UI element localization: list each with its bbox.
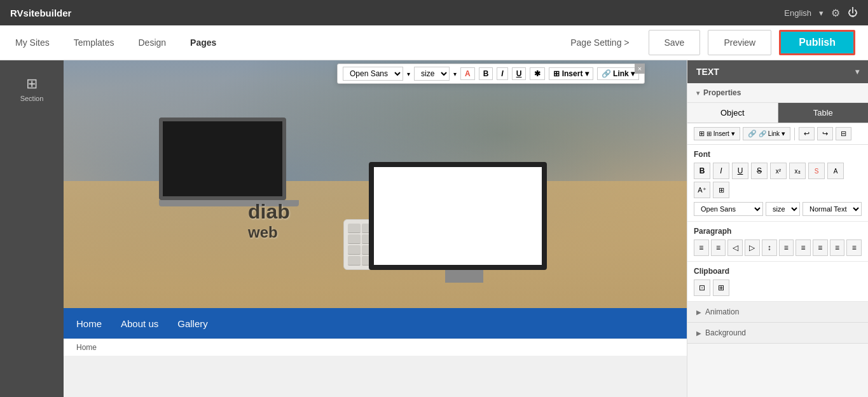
font-bold-btn[interactable]: B <box>694 163 710 179</box>
para-btn-3[interactable]: ◁ <box>727 239 743 256</box>
sidebar-item-section[interactable]: ⊞ Section <box>15 71 49 107</box>
hero-image[interactable]: diab web × Open Sans ▾ size ▾ A B I U ✱ … <box>64 60 687 308</box>
laptop-screen <box>159 118 286 200</box>
para-align-center[interactable]: ≡ <box>796 239 811 256</box>
chevron-down-icon: ▾ <box>819 8 823 18</box>
font-special2-btn[interactable]: ⊞ <box>713 182 729 198</box>
publish-button[interactable]: Publish <box>779 30 855 55</box>
right-panel: TEXT ▾ ▾ Properties Object Table ⊞ ⊞ Ins… <box>687 60 868 397</box>
font-underline-btn[interactable]: U <box>732 163 748 179</box>
tab-table[interactable]: Table <box>778 103 869 123</box>
font-italic-btn[interactable]: I <box>713 163 729 179</box>
font-title: Font <box>694 150 862 159</box>
toolbar-close-button[interactable]: × <box>635 64 645 74</box>
para-align-left[interactable]: ≡ <box>779 239 794 256</box>
para-align-right[interactable]: ≡ <box>813 239 828 256</box>
nav-actions: Save Preview Publish <box>649 30 856 55</box>
panel-image-btn[interactable]: ⊟ <box>836 127 851 140</box>
italic-toolbar-btn[interactable]: I <box>497 67 507 80</box>
breadcrumb-text: Home <box>76 343 97 352</box>
para-btn-4[interactable]: ▷ <box>745 239 760 256</box>
panel-link-btn[interactable]: 🔗 🔗 Link ▾ <box>743 127 790 140</box>
nav-link-gallery[interactable]: Gallery <box>177 318 208 329</box>
para-btn-2[interactable]: ≡ <box>711 239 726 256</box>
panel-chevron: ▾ <box>855 67 859 76</box>
font-family-select[interactable]: Open Sans <box>343 67 403 81</box>
nav-bar: My Sites Templates Design Pages Page Set… <box>0 25 868 60</box>
link-toolbar-btn[interactable]: 🔗 Link ▾ <box>597 67 639 80</box>
hero-text-line1: diab <box>248 200 290 224</box>
canvas-area: diab web × Open Sans ▾ size ▾ A B I U ✱ … <box>64 60 687 397</box>
properties-section-header[interactable]: ▾ Properties <box>687 83 868 103</box>
panel-undo-btn[interactable]: ↩ <box>799 127 815 140</box>
font-super-btn[interactable]: x² <box>770 163 787 179</box>
page-nav-strip: Home About us Gallery <box>64 308 687 339</box>
animation-label: Animation <box>705 307 739 316</box>
monitor-screen <box>369 162 547 270</box>
preview-button[interactable]: Preview <box>708 30 771 55</box>
para-btn-5[interactable]: ↕ <box>762 239 777 256</box>
main-layout: ⊞ Section <box>0 60 868 397</box>
hero-text-line2: web <box>248 224 290 241</box>
top-bar-right: English ▾ ⚙ ⏻ <box>784 7 858 19</box>
panel-font-size-select[interactable]: size <box>766 202 800 216</box>
properties-label: Properties <box>703 88 741 97</box>
panel-redo-btn[interactable]: ↪ <box>817 127 833 140</box>
panel-font-style-select[interactable]: Normal Text <box>803 202 862 216</box>
laptop <box>159 118 299 213</box>
nav-item-mysites[interactable]: My Sites <box>13 32 52 53</box>
clipboard-section: Clipboard ⊡ ⊞ <box>687 262 868 302</box>
clipboard-paste-btn[interactable]: ⊞ <box>713 279 729 296</box>
paragraph-buttons: ≡ ≡ ◁ ▷ ↕ ≡ ≡ ≡ ≡ ≡ <box>694 239 862 256</box>
font-section: Font B I U S x² x₂ S A A⁺ ⊞ Open Sans si… <box>687 145 868 222</box>
animation-collapsible[interactable]: ▶ Animation <box>687 302 868 323</box>
font-clear-btn[interactable]: A⁺ <box>694 182 710 198</box>
breadcrumb: Home <box>64 339 687 356</box>
special-toolbar-btn[interactable]: ✱ <box>530 67 545 80</box>
font-family-arrow: ▾ <box>407 71 410 77</box>
font-sub-btn[interactable]: x₂ <box>789 163 806 179</box>
paragraph-title: Paragraph <box>694 227 862 236</box>
background-arrow-icon: ▶ <box>696 330 701 337</box>
font-controls-row: B I U S x² x₂ S A A⁺ ⊞ <box>694 163 862 198</box>
font-selects-row: Open Sans size Normal Text <box>694 202 862 216</box>
panel-toolbar: ⊞ ⊞ Insert ▾ 🔗 🔗 Link ▾ ↩ ↪ ⊟ <box>687 123 868 145</box>
font-strike-btn[interactable]: S <box>751 163 768 179</box>
underline-toolbar-btn[interactable]: U <box>512 67 527 80</box>
top-bar: RVsitebuilder English ▾ ⚙ ⏻ <box>0 0 868 25</box>
power-icon[interactable]: ⏻ <box>848 7 858 18</box>
nav-link-home[interactable]: Home <box>76 318 102 329</box>
clipboard-copy-btn[interactable]: ⊡ <box>694 279 710 296</box>
clipboard-buttons: ⊡ ⊞ <box>694 279 862 296</box>
nav-item-design[interactable]: Design <box>136 32 169 53</box>
font-size-select[interactable]: size <box>414 67 450 81</box>
brand-logo: RVsitebuilder <box>10 8 71 18</box>
save-button[interactable]: Save <box>649 30 701 55</box>
tabs-row: Object Table <box>687 103 868 123</box>
settings-icon[interactable]: ⚙ <box>831 7 840 19</box>
nav-link-about[interactable]: About us <box>121 318 158 329</box>
nav-item-templates[interactable]: Templates <box>71 32 117 53</box>
page-setting-link[interactable]: Page Setting > <box>570 37 629 48</box>
clipboard-title: Clipboard <box>694 267 862 276</box>
background-collapsible[interactable]: ▶ Background <box>687 323 868 344</box>
panel-font-family-select[interactable]: Open Sans <box>694 202 763 216</box>
para-align-justify[interactable]: ≡ <box>830 239 845 256</box>
font-color-btn[interactable]: S <box>808 163 825 179</box>
panel-header: TEXT ▾ <box>687 60 868 83</box>
properties-arrow-icon: ▾ <box>696 90 699 97</box>
para-indent[interactable]: ≡ <box>846 239 862 256</box>
animation-arrow-icon: ▶ <box>696 309 701 316</box>
monitor <box>369 162 560 289</box>
panel-insert-btn[interactable]: ⊞ ⊞ Insert ▾ <box>694 127 740 140</box>
insert-toolbar-btn[interactable]: ⊞ Insert ▾ <box>549 67 593 80</box>
para-btn-1[interactable]: ≡ <box>694 239 709 256</box>
nav-item-pages[interactable]: Pages <box>188 32 219 53</box>
font-highlight-btn[interactable]: A <box>827 163 844 179</box>
sidebar-section-label: Section <box>20 95 44 102</box>
language-selector[interactable]: English <box>784 8 811 18</box>
bold-toolbar-btn[interactable]: B <box>479 67 493 80</box>
tab-object[interactable]: Object <box>687 103 778 123</box>
monitor-stand <box>445 270 483 283</box>
font-color-btn[interactable]: A <box>460 67 475 80</box>
